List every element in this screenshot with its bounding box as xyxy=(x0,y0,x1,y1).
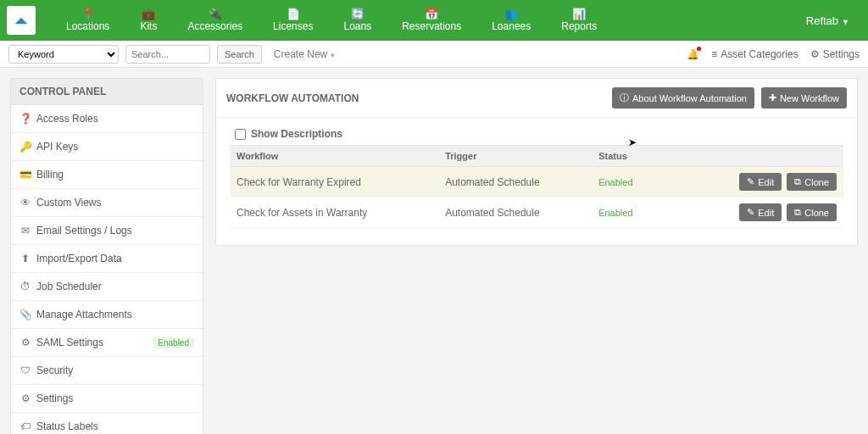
nav-label: Accessories xyxy=(187,20,242,32)
sidebar-item-label: Settings xyxy=(36,392,73,404)
sidebar-item-label: API Keys xyxy=(36,141,78,153)
cell-trigger: Automated Schedule xyxy=(438,167,592,198)
show-descriptions-toggle[interactable]: Show Descriptions xyxy=(235,128,843,140)
show-descriptions-checkbox[interactable] xyxy=(235,129,246,140)
create-new-menu[interactable]: Create New ▾ xyxy=(269,48,340,60)
col-workflow: Workflow xyxy=(230,146,438,167)
status-badge: Enabled xyxy=(598,208,632,218)
clone-button[interactable]: ⧉Clone xyxy=(787,203,837,221)
sidebar-item-manage-attachments[interactable]: 📎Manage Attachments xyxy=(11,301,203,329)
sidebar-icon: ⏱ xyxy=(19,281,31,292)
chevron-down-icon: ▾ xyxy=(331,51,335,59)
sidebar-item-access-roles[interactable]: ❓Access Roles xyxy=(11,105,203,133)
workflow-table: Workflow Trigger Status Check for Warran… xyxy=(230,145,843,228)
loans-icon: 🔄 xyxy=(351,8,364,20)
nav-reservations[interactable]: 📅Reservations xyxy=(387,5,476,36)
nav-loans[interactable]: 🔄Loans xyxy=(328,5,387,36)
nav-locations[interactable]: 📍Locations xyxy=(51,5,125,36)
sidebar-icon: 🛡 xyxy=(19,364,31,376)
edit-icon: ✎ xyxy=(747,176,754,187)
enabled-badge: Enabled xyxy=(153,337,194,348)
mouse-cursor: ➤ xyxy=(628,136,637,148)
workflow-panel: WORKFLOW AUTOMATION ⓘ About Workflow Aut… xyxy=(215,78,858,246)
sidebar-item-custom-views[interactable]: 👁Custom Views xyxy=(11,189,203,217)
search-button[interactable]: Search xyxy=(217,45,262,64)
asset-categories-link[interactable]: ≡ Asset Categories xyxy=(711,48,798,60)
sidebar-icon: ⚙ xyxy=(19,337,31,348)
settings-link[interactable]: ⚙ Settings xyxy=(810,48,860,60)
sidebar-item-label: Billing xyxy=(36,169,64,181)
sidebar-item-job-scheduler[interactable]: ⏱Job Scheduler xyxy=(11,273,203,301)
chevron-down-icon: ▼ xyxy=(842,18,849,26)
sidebar-icon: 💳 xyxy=(19,169,31,181)
about-workflow-button[interactable]: ⓘ About Workflow Automation xyxy=(612,87,754,108)
plus-icon: ✚ xyxy=(769,92,776,103)
sidebar-icon: ⬆ xyxy=(19,253,31,264)
sidebar-item-label: Status Labels xyxy=(36,420,98,432)
keyword-select[interactable]: Keyword xyxy=(8,45,119,64)
sidebar-item-label: Email Settings / Logs xyxy=(36,225,132,236)
page-title: WORKFLOW AUTOMATION xyxy=(226,92,359,104)
control-panel: CONTROL PANEL ❓Access Roles🔑API Keys💳Bil… xyxy=(10,78,203,434)
sidebar-item-label: Custom Views xyxy=(36,197,101,209)
reservations-icon: 📅 xyxy=(425,8,438,20)
clone-icon: ⧉ xyxy=(794,176,801,187)
notifications-icon[interactable]: 🔔 xyxy=(687,48,699,60)
nav-licenses[interactable]: 📄Licenses xyxy=(258,5,328,36)
clone-icon: ⧉ xyxy=(794,207,801,218)
cell-trigger: Automated Schedule xyxy=(438,198,592,228)
sidebar-item-saml-settings[interactable]: ⚙SAML SettingsEnabled xyxy=(11,329,203,357)
status-badge: Enabled xyxy=(598,177,632,187)
new-workflow-button[interactable]: ✚ New Workflow xyxy=(761,87,847,108)
sidebar-icon: 👁 xyxy=(19,197,31,209)
col-status: Status xyxy=(592,146,690,167)
sidebar-item-import-export-data[interactable]: ⬆Import/Export Data xyxy=(11,245,203,273)
edit-icon: ✎ xyxy=(747,207,754,218)
sidebar-item-billing[interactable]: 💳Billing xyxy=(11,161,203,189)
sidebar-icon: 🔑 xyxy=(19,141,31,153)
nav-loanees[interactable]: 👥Loanees xyxy=(476,5,546,36)
clone-button[interactable]: ⧉Clone xyxy=(787,173,837,191)
cell-workflow: Check for Assets in Warranty xyxy=(230,198,438,228)
nav-label: Kits xyxy=(140,20,157,32)
kits-icon: 💼 xyxy=(142,8,155,20)
nav-label: Loans xyxy=(343,20,371,32)
sidebar-item-label: Security xyxy=(36,364,73,376)
sidebar-item-api-keys[interactable]: 🔑API Keys xyxy=(11,133,203,161)
sidebar-icon: 📎 xyxy=(19,309,31,320)
sidebar-item-label: Import/Export Data xyxy=(36,253,122,264)
reports-icon: 📊 xyxy=(572,8,586,20)
sidebar-item-email-settings-logs[interactable]: ✉Email Settings / Logs xyxy=(11,217,203,245)
nav-label: Loanees xyxy=(492,20,531,32)
sidebar-icon: ✉ xyxy=(19,225,31,236)
toolbar: Keyword Search Create New ▾ 🔔 ≡ Asset Ca… xyxy=(0,41,868,68)
table-row: Check for Warranty ExpiredAutomated Sche… xyxy=(230,167,843,198)
sidebar-icon: ❓ xyxy=(19,113,31,125)
account-menu[interactable]: Reftab▼ xyxy=(794,14,861,27)
sidebar-item-security[interactable]: 🛡Security xyxy=(11,357,203,385)
sidebar-item-settings[interactable]: ⚙Settings xyxy=(11,385,203,413)
info-icon: ⓘ xyxy=(620,92,629,104)
licenses-icon: 📄 xyxy=(287,8,300,20)
sidebar-item-status-labels[interactable]: 🏷Status Labels xyxy=(11,413,203,434)
accessories-icon: 🔌 xyxy=(209,8,222,20)
nav-label: Reports xyxy=(561,20,597,32)
top-nav: ◢◣ 📍Locations💼Kits🔌Accessories📄Licenses🔄… xyxy=(0,0,868,41)
sidebar-item-label: Access Roles xyxy=(36,113,98,125)
locations-icon: 📍 xyxy=(81,8,95,20)
col-trigger: Trigger xyxy=(438,146,592,167)
table-row: Check for Assets in WarrantyAutomated Sc… xyxy=(230,198,843,228)
sidebar-item-label: SAML Settings xyxy=(36,337,103,348)
nav-kits[interactable]: 💼Kits xyxy=(125,5,172,36)
nav-accessories[interactable]: 🔌Accessories xyxy=(172,5,258,36)
sidebar-item-label: Job Scheduler xyxy=(36,281,102,292)
list-icon: ≡ xyxy=(711,48,717,60)
nav-reports[interactable]: 📊Reports xyxy=(546,5,612,36)
control-panel-title: CONTROL PANEL xyxy=(11,79,203,105)
edit-button[interactable]: ✎Edit xyxy=(739,173,782,191)
brand-label: Reftab xyxy=(806,14,838,27)
search-input[interactable] xyxy=(125,45,210,64)
logo[interactable]: ◢◣ xyxy=(7,6,36,35)
edit-button[interactable]: ✎Edit xyxy=(739,203,782,221)
gear-icon: ⚙ xyxy=(810,48,820,60)
